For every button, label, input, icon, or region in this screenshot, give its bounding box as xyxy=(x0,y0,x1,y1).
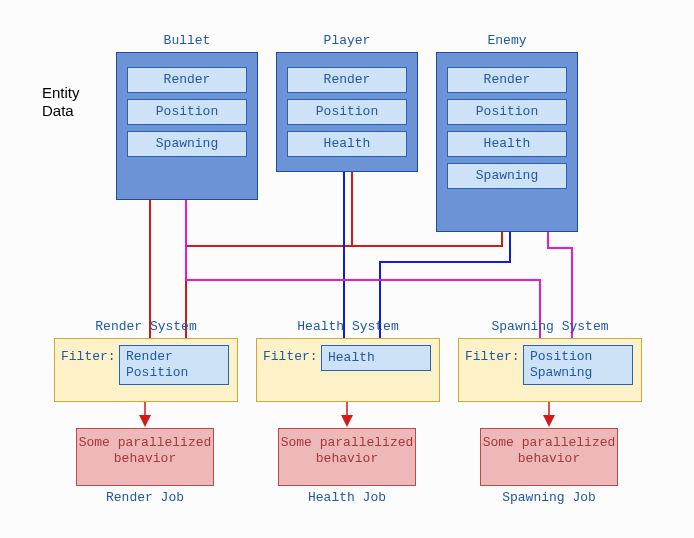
spawning-job-label: Spawning Job xyxy=(480,490,618,505)
filter-label: Filter: xyxy=(465,349,520,364)
spawning-job-box: Some parallelized behavior xyxy=(480,428,618,486)
component-health: Health xyxy=(447,131,567,157)
component-spawning: Spawning xyxy=(127,131,247,157)
filter-label: Filter: xyxy=(263,349,318,364)
render-system: Render System Filter: Render Position xyxy=(54,338,238,402)
spawning-filter-box: Position Spawning xyxy=(523,345,633,385)
render-job-label: Render Job xyxy=(76,490,214,505)
filter-label: Filter: xyxy=(61,349,116,364)
health-job-label: Health Job xyxy=(278,490,416,505)
component-position: Position xyxy=(447,99,567,125)
entity-bullet: Bullet Render Position Spawning xyxy=(116,52,258,200)
entity-enemy: Enemy Render Position Health Spawning xyxy=(436,52,578,232)
entity-bullet-title: Bullet xyxy=(117,33,257,48)
component-position: Position xyxy=(127,99,247,125)
entity-player: Player Render Position Health xyxy=(276,52,418,172)
health-filter-box: Health xyxy=(321,345,431,371)
entity-data-label: Entity Data xyxy=(42,84,80,120)
component-position: Position xyxy=(287,99,407,125)
component-render: Render xyxy=(447,67,567,93)
health-system-title: Health System xyxy=(257,319,439,334)
component-render: Render xyxy=(127,67,247,93)
spawning-system: Spawning System Filter: Position Spawnin… xyxy=(458,338,642,402)
health-system: Health System Filter: Health xyxy=(256,338,440,402)
component-spawning: Spawning xyxy=(447,163,567,189)
render-filter-box: Render Position xyxy=(119,345,229,385)
render-system-title: Render System xyxy=(55,319,237,334)
health-job-box: Some parallelized behavior xyxy=(278,428,416,486)
entity-enemy-title: Enemy xyxy=(437,33,577,48)
component-health: Health xyxy=(287,131,407,157)
render-job-box: Some parallelized behavior xyxy=(76,428,214,486)
component-render: Render xyxy=(287,67,407,93)
spawning-system-title: Spawning System xyxy=(459,319,641,334)
entity-player-title: Player xyxy=(277,33,417,48)
